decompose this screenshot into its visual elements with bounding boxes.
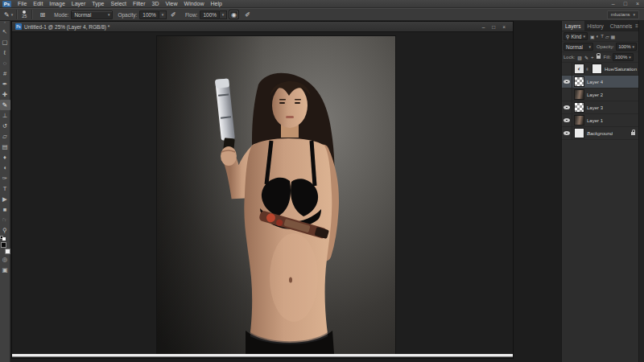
layer-row[interactable]: Background	[562, 127, 638, 140]
filter-shape-icon[interactable]: ▱	[605, 34, 609, 39]
flow-label: Flow:	[185, 12, 198, 18]
menu-3d[interactable]: 3D	[149, 1, 163, 6]
opacity-value: 100%	[142, 12, 156, 18]
pressure-opacity-button[interactable]: ✐	[168, 10, 179, 19]
minimize-button[interactable]: –	[612, 0, 615, 7]
layer-thumbnail[interactable]	[574, 128, 584, 138]
workspace-switcher[interactable]: mlucians ▾	[607, 10, 639, 19]
lock-transparency-icon[interactable]: ▨	[577, 55, 582, 60]
opacity-input[interactable]: 100%	[139, 10, 159, 19]
menu-bar: Ps FileEditImageLayerTypeSelectFilter3DV…	[0, 0, 644, 8]
menu-image[interactable]: Image	[46, 1, 68, 6]
visibility-toggle[interactable]	[562, 101, 572, 114]
history-brush-tool[interactable]: ↺	[0, 121, 10, 131]
doc-minimize-button[interactable]: –	[482, 24, 485, 30]
eyedropper-tool[interactable]: ✒	[0, 79, 10, 89]
crop-tool[interactable]: #	[0, 68, 10, 79]
layer-thumbnail[interactable]	[574, 115, 584, 125]
shape-tool[interactable]: ■	[0, 204, 10, 215]
filter-kind-select[interactable]: ⚲ Kind ▾	[564, 32, 588, 40]
eraser-tool[interactable]: ▱	[0, 131, 10, 142]
layer-thumbnail[interactable]	[574, 102, 584, 113]
layer-row[interactable]: Layer 4	[562, 76, 638, 88]
opacity-dropdown-button[interactable]: ▾	[159, 10, 167, 19]
layer-opacity-label: Opacity:	[597, 44, 614, 49]
marquee-tool[interactable]: ▢	[0, 37, 10, 47]
lock-all-icon[interactable]	[597, 56, 601, 59]
visibility-toggle[interactable]	[562, 63, 572, 76]
filter-type-icon[interactable]: T	[601, 34, 604, 39]
background-color-swatch[interactable]	[5, 249, 10, 254]
tab-channels[interactable]: Channels	[607, 21, 635, 31]
visibility-toggle[interactable]	[562, 88, 572, 101]
lock-icons: ▨✎+	[577, 55, 593, 60]
canvas-photo[interactable]	[157, 36, 395, 354]
lock-position-icon[interactable]: +	[591, 55, 594, 60]
menu-layer[interactable]: Layer	[68, 1, 89, 6]
restore-button[interactable]: □	[624, 0, 627, 7]
layer-mask-thumbnail[interactable]	[592, 64, 602, 74]
menu-filter[interactable]: Filter	[130, 1, 149, 6]
layer-fill-input[interactable]: 100% ▾	[613, 53, 634, 61]
quick-mask-button[interactable]: ◎	[0, 254, 10, 265]
brush-size-picker[interactable]: 25	[22, 10, 27, 19]
default-colors-icon[interactable]	[0, 236, 6, 241]
healing-brush-tool[interactable]: ✚	[0, 89, 10, 100]
clone-stamp-tool[interactable]: ⊥	[0, 110, 10, 121]
menu-select[interactable]: Select	[108, 1, 130, 6]
tab-layers[interactable]: Layers	[562, 21, 584, 31]
lasso-tool[interactable]: ℓ	[0, 47, 10, 58]
doc-close-button[interactable]: ×	[502, 24, 506, 30]
dodge-tool[interactable]: ◖	[0, 162, 10, 173]
blend-mode-select[interactable]: Normal ▾	[71, 10, 113, 19]
menu-file[interactable]: File	[14, 1, 30, 6]
layer-row[interactable]: Layer 2	[562, 88, 638, 101]
close-button[interactable]: ×	[636, 0, 639, 7]
tab-history[interactable]: History	[584, 21, 607, 31]
visibility-toggle[interactable]	[562, 127, 572, 140]
brush-tool[interactable]: ✎	[0, 100, 10, 110]
menu-edit[interactable]: Edit	[30, 1, 46, 6]
eye-icon	[564, 80, 570, 84]
airbrush-button[interactable]: ◉	[229, 10, 239, 19]
hand-tool[interactable]: ☞	[0, 215, 10, 225]
blur-tool[interactable]: ♦	[0, 152, 10, 162]
filter-adjustment-icon[interactable]: ◐	[597, 34, 600, 39]
filter-smart-object-icon[interactable]: ▦	[611, 34, 616, 39]
path-selection-tool[interactable]: ▶	[0, 194, 10, 204]
layer-blend-mode-select[interactable]: Normal ▾	[564, 43, 593, 51]
layer-row[interactable]: Layer 3	[562, 101, 638, 114]
filter-image-icon[interactable]: ▣	[590, 34, 595, 39]
layer-opacity-input[interactable]: 100% ▾	[616, 43, 637, 51]
layer-thumbnail[interactable]	[574, 76, 584, 87]
chevron-down-icon: ▾	[589, 44, 592, 49]
menu-help[interactable]: Help	[207, 1, 225, 6]
move-tool[interactable]: ↖	[0, 27, 10, 37]
zoom-tool[interactable]: ⚲	[0, 225, 10, 236]
toggle-brush-panel-button[interactable]: ⊞	[37, 10, 47, 19]
lock-pixels-icon[interactable]: ✎	[584, 55, 588, 60]
layer-thumbnail[interactable]	[574, 89, 584, 100]
quick-selection-tool[interactable]: ◌	[0, 58, 10, 68]
visibility-toggle[interactable]	[562, 76, 572, 88]
menu-type[interactable]: Type	[89, 1, 107, 6]
type-tool[interactable]: T	[0, 183, 10, 194]
layer-row[interactable]: Layer 1	[562, 114, 638, 127]
gradient-tool[interactable]: ▤	[0, 142, 10, 152]
pressure-size-button[interactable]: ✐	[242, 10, 253, 19]
doc-maximize-button[interactable]: □	[492, 24, 495, 30]
canvas-area[interactable]	[12, 32, 513, 358]
foreground-color-swatch[interactable]	[1, 242, 6, 248]
tool-preset-picker[interactable]: ✎ ▾	[4, 11, 13, 19]
screen-mode-button[interactable]: ▣	[0, 265, 10, 275]
menu-view[interactable]: View	[163, 1, 181, 6]
flow-dropdown-button[interactable]: ▾	[220, 10, 227, 19]
adjustment-layer-thumbnail[interactable]: ◐	[574, 64, 584, 74]
pen-tool[interactable]: ✑	[0, 173, 10, 183]
color-swatches[interactable]	[0, 242, 10, 254]
document-title-bar[interactable]: Ps Untitled-1 @ 25% (Layer 4, RGB/8) * –…	[12, 22, 513, 32]
menu-window[interactable]: Window	[181, 1, 208, 6]
flow-input[interactable]: 100%	[200, 10, 220, 19]
layer-row[interactable]: ◐∞Hue/Saturation 1	[562, 63, 638, 76]
visibility-toggle[interactable]	[562, 114, 572, 127]
